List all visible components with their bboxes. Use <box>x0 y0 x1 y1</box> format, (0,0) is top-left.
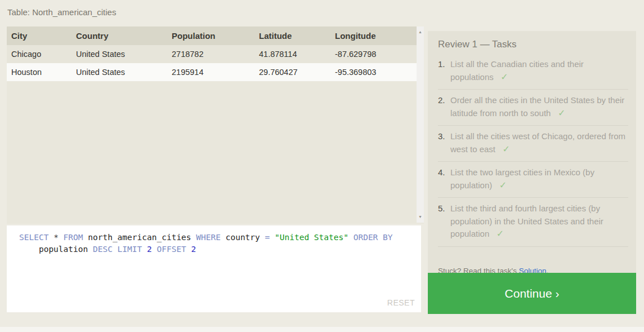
results-scrollbar[interactable]: ▲ ▼ <box>417 26 424 223</box>
table-cell: 41.878114 <box>254 45 330 63</box>
task-text: List all the cities west of Chicago, ord… <box>450 131 625 154</box>
table-cell: 2718782 <box>167 45 254 63</box>
table-cell: 2195914 <box>167 63 254 81</box>
stuck-line: Stuck? Read this task's Solution. <box>438 265 628 273</box>
column-header: Population <box>167 26 254 45</box>
task-done-check-icon: ✓ <box>555 108 565 118</box>
task-list: 1.List all the Canadian cities and their… <box>438 58 628 247</box>
task-body: List the two largest cities in Mexico (b… <box>450 166 628 192</box>
task-text: List the third and fourth largest cities… <box>450 203 603 238</box>
task-done-check-icon: ✓ <box>494 229 504 238</box>
scroll-down-icon[interactable]: ▼ <box>417 213 424 221</box>
task-item: 5.List the third and fourth largest citi… <box>438 198 628 247</box>
solution-link[interactable]: Solution <box>519 267 547 273</box>
table-header-row: CityCountryPopulationLatitudeLongitude <box>7 26 417 45</box>
sql-editor[interactable]: SELECT * FROM north_american_cities WHER… <box>7 225 421 312</box>
table-cell: -95.369803 <box>330 63 417 81</box>
page-title: Table: North_american_cities <box>7 7 116 17</box>
table-cell: -87.629798 <box>330 45 417 63</box>
table-cell: United States <box>71 45 167 63</box>
task-body: List all the cities west of Chicago, ord… <box>450 130 628 156</box>
task-number: 1. <box>438 58 450 83</box>
table-cell: Chicago <box>7 45 71 63</box>
task-number: 4. <box>438 166 450 192</box>
task-done-check-icon: ✓ <box>500 144 510 154</box>
task-number: 3. <box>438 130 450 156</box>
sql-code-line: population DESC LIMIT 2 OFFSET 2 <box>19 244 413 255</box>
task-item: 2.Order all the cities in the United Sta… <box>438 90 628 126</box>
stuck-suffix: . <box>546 267 548 273</box>
table-cell: United States <box>71 63 167 81</box>
stuck-section: Stuck? Read this task's Solution. Solve … <box>438 265 628 273</box>
task-done-check-icon: ✓ <box>498 72 508 82</box>
reset-button[interactable]: RESET <box>387 298 415 307</box>
column-header: Longitude <box>330 26 417 45</box>
table-cell: 29.760427 <box>254 63 330 81</box>
column-header: City <box>7 26 71 45</box>
tasks-heading: Review 1 — Tasks <box>438 39 628 50</box>
task-item: 3.List all the cities west of Chicago, o… <box>438 126 628 162</box>
task-number: 2. <box>438 94 450 119</box>
sql-code[interactable]: SELECT * FROM north_american_cities WHER… <box>19 232 413 255</box>
task-item: 4.List the two largest cities in Mexico … <box>438 162 628 198</box>
scroll-up-icon[interactable]: ▲ <box>417 28 424 36</box>
column-header: Latitude <box>254 26 330 45</box>
column-header: Country <box>71 26 167 45</box>
task-text: Order all the cities in the United State… <box>450 95 624 118</box>
task-body: List the third and fourth largest cities… <box>450 202 628 241</box>
task-body: List all the Canadian cities and their p… <box>450 58 628 83</box>
task-item: 1.List all the Canadian cities and their… <box>438 58 628 90</box>
sql-code-line: SELECT * FROM north_american_cities WHER… <box>19 232 413 244</box>
table-row: HoustonUnited States219591429.760427-95.… <box>7 63 417 81</box>
table-row: ChicagoUnited States271878241.878114-87.… <box>7 45 417 63</box>
task-number: 5. <box>438 202 450 241</box>
task-panel: Review 1 — Tasks 1.List all the Canadian… <box>428 31 636 273</box>
bottom-strip <box>0 327 644 332</box>
results-panel: CityCountryPopulationLatitudeLongitude C… <box>7 26 424 224</box>
table-cell: Houston <box>7 63 71 81</box>
stuck-prefix: Stuck? Read this task's <box>438 267 519 273</box>
continue-button[interactable]: Continue › <box>428 273 636 314</box>
task-text: List the two largest cities in Mexico (b… <box>450 167 594 190</box>
task-text: List all the Canadian cities and their p… <box>450 59 584 82</box>
task-done-check-icon: ✓ <box>497 180 507 190</box>
results-table: CityCountryPopulationLatitudeLongitude C… <box>7 26 417 81</box>
task-body: Order all the cities in the United State… <box>450 94 628 119</box>
table-body: ChicagoUnited States271878241.878114-87.… <box>7 45 417 81</box>
